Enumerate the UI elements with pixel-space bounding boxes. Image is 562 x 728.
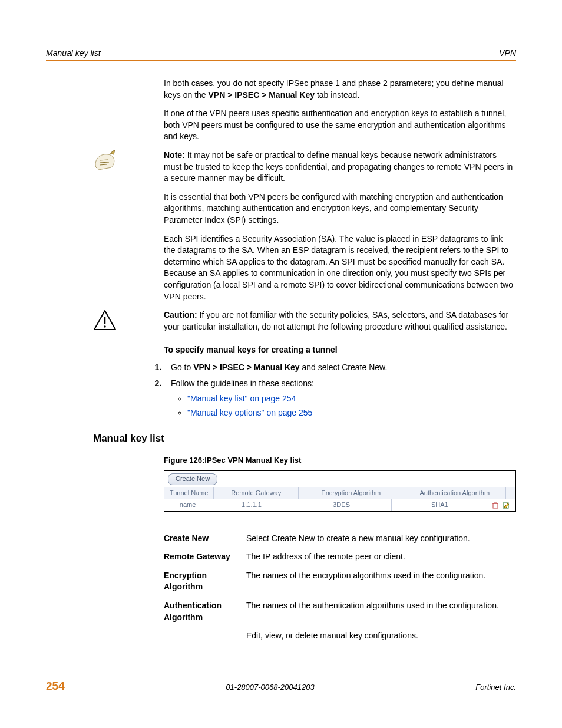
caution-text: If you are not familiar with the securit… [164, 310, 508, 331]
figure-screenshot: Create New Tunnel Name Remote Gateway En… [164, 470, 516, 511]
section-heading: Manual key list [93, 433, 516, 444]
desc-label: Remote Gateway [164, 551, 246, 563]
cross-reference-link[interactable]: "Manual key list" on page 254 [187, 394, 296, 403]
paragraph: Each SPI identifies a Security Associati… [164, 233, 516, 303]
desc-label [164, 630, 246, 642]
table-cell: 3DES [292, 499, 392, 510]
note-icon [92, 150, 117, 172]
page-header: Manual key list VPN [46, 48, 516, 58]
desc-value: Edit, view, or delete manual key configu… [246, 630, 516, 642]
procedure-steps: Go to VPN > IPSEC > Manual Key and selec… [147, 362, 516, 419]
table-cell: SHA1 [392, 499, 488, 510]
step-item: Follow the guidelines in these sections:… [164, 378, 516, 419]
caution-label: Caution: [164, 310, 197, 319]
description-list: Create New Select Create New to create a… [164, 526, 516, 649]
desc-value: The IP address of the remote peer or cli… [246, 551, 516, 563]
note-text: It may not be safe or practical to defin… [164, 150, 513, 183]
desc-value: Select Create New to create a new manual… [246, 533, 516, 545]
company-name: Fortinet Inc. [475, 683, 516, 691]
table-cell: 1.1.1.1 [211, 499, 292, 510]
caution-icon [93, 309, 117, 331]
column-header: Encryption Algorithm [299, 487, 404, 499]
desc-label: Create New [164, 533, 246, 545]
table-cell: name [164, 499, 211, 510]
desc-label: Encryption Algorithm [164, 570, 246, 593]
header-rule [46, 60, 516, 61]
column-header: Remote Gateway [214, 487, 299, 499]
desc-label: Authentication Algorithm [164, 600, 246, 623]
note-label: Note: [164, 150, 185, 160]
header-right: VPN [499, 48, 516, 58]
document-id: 01-28007-0068-20041203 [65, 683, 476, 691]
desc-value: The names of the authentication algorith… [246, 600, 516, 623]
paragraph: If one of the VPN peers uses specific au… [164, 108, 516, 143]
desc-value: The names of the encryption algorithms u… [246, 570, 516, 593]
svg-rect-5 [493, 503, 498, 508]
figure-caption: Figure 126:IPSec VPN Manual Key list [164, 455, 516, 466]
procedure-heading: To specify manual keys for creating a tu… [164, 344, 516, 356]
note-block: Note: It may not be safe or practical to… [46, 150, 516, 185]
page-footer: 254 01-28007-0068-20041203 Fortinet Inc. [46, 680, 516, 693]
paragraph: In both cases, you do not specify IPSec … [164, 78, 516, 101]
breadcrumb-path: VPN > IPSEC > Manual Key [209, 90, 315, 100]
page-number: 254 [46, 680, 65, 693]
create-new-button[interactable]: Create New [168, 473, 217, 485]
svg-point-4 [104, 325, 106, 328]
delete-icon[interactable] [492, 502, 499, 509]
edit-icon[interactable] [503, 502, 510, 509]
cross-reference-link[interactable]: "Manual key options" on page 255 [187, 408, 312, 417]
header-left: Manual key list [46, 48, 101, 58]
caution-block: Caution: If you are not familiar with th… [46, 309, 516, 332]
paragraph: It is essential that both VPN peers be c… [164, 192, 516, 226]
step-item: Go to VPN > IPSEC > Manual Key and selec… [164, 362, 516, 374]
breadcrumb-path: VPN > IPSEC > Manual Key [193, 363, 300, 372]
column-header: Tunnel Name [164, 487, 214, 499]
column-header: Authentication Algorithm [404, 487, 506, 499]
